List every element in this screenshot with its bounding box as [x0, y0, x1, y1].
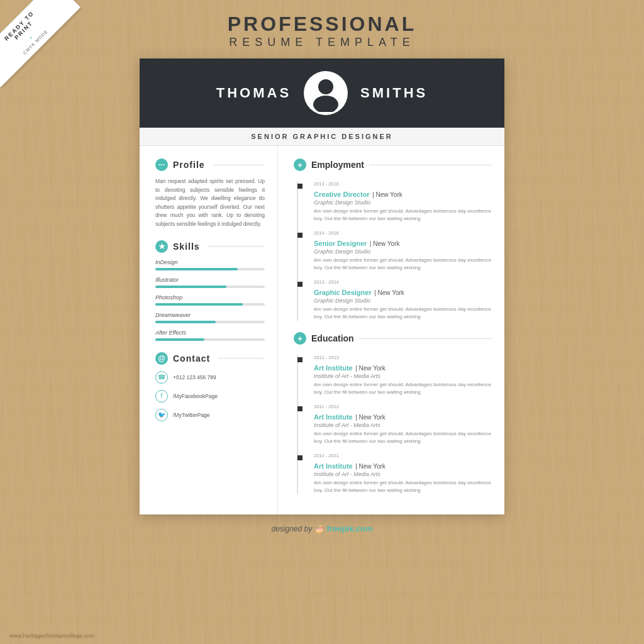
person-icon	[307, 74, 345, 112]
timeline-date: 2013 - 2016	[314, 181, 492, 187]
timeline-date: 2014 - 2016	[314, 230, 492, 236]
left-column: ··· Profile Man request adapted spirits …	[140, 146, 278, 514]
contact-text: +012 123 456 789	[173, 374, 216, 380]
watermark: www.heritagechristiancollege.com	[9, 633, 95, 639]
job-title-text: Graphic Designer	[314, 289, 372, 296]
education-section: + Education 2012 - 2013 Art Institute | …	[294, 332, 492, 494]
skill-item: Photoshop	[155, 294, 265, 306]
skill-bar-fill	[155, 303, 243, 306]
profile-divider	[213, 165, 265, 165]
skill-item: InDesign	[155, 259, 265, 270]
school-dept: Institute of Art - Media Arts	[314, 373, 492, 379]
skill-name: Photoshop	[155, 294, 265, 301]
timeline-date: 2010 - 2011	[314, 453, 492, 458]
school-name: Art Institute	[314, 462, 353, 470]
company-name: Graphic Design Studio	[314, 248, 492, 255]
profile-text: Man request adapted spirits set pressed.…	[155, 177, 265, 229]
skills-list: InDesign Illustrator Photoshop Dreamweav…	[155, 259, 265, 341]
timeline-title-row: Art Institute | New York	[314, 460, 492, 471]
company-name: Graphic Design Studio	[314, 297, 492, 304]
contact-item: ☎ +012 123 456 789	[155, 371, 265, 384]
edu-desc: Am own design entire former get should. …	[314, 430, 492, 445]
school-location: | New York	[355, 365, 386, 372]
facebook-icon: f	[155, 390, 168, 402]
employment-timeline: 2013 - 2016 Creative Director | New York…	[297, 181, 492, 321]
skill-bar-fill	[155, 321, 216, 323]
education-icon: +	[294, 332, 306, 345]
svg-point-1	[313, 96, 338, 112]
job-location: | New York	[370, 240, 400, 247]
phone-icon: ☎	[155, 371, 168, 384]
education-header: + Education	[294, 332, 492, 347]
right-column: + Employment 2013 - 2016 Creative Direct…	[278, 146, 504, 514]
education-item: 2011 - 2012 Art Institute | New York Ins…	[308, 404, 492, 445]
skill-bar-fill	[155, 338, 204, 341]
timeline-title-row: Senior Designer | New York	[314, 237, 492, 248]
skill-name: Illustrator	[155, 277, 265, 283]
skills-title: Skills	[173, 242, 200, 252]
page-title-block: PROFESSIONAL RESUME TEMPLATE	[228, 13, 416, 49]
timeline-date: 2013 - 2014	[314, 279, 492, 285]
job-location: | New York	[374, 289, 404, 296]
profile-title: Profile	[173, 160, 205, 170]
timeline-title-row: Creative Director | New York	[314, 188, 492, 199]
skill-bar-bg	[155, 321, 265, 323]
job-location: | New York	[372, 191, 402, 198]
employment-item: 2014 - 2016 Senior Designer | New York G…	[308, 230, 492, 272]
school-location: | New York	[355, 463, 386, 470]
employment-section: + Employment 2013 - 2016 Creative Direct…	[294, 158, 492, 321]
ready-to-print-banner: READY TO PRINT • CMYK MODE	[0, 0, 97, 97]
profile-section-header: ··· Profile	[155, 158, 265, 171]
skills-section-header: ★ Skills	[155, 240, 265, 253]
timeline-date: 2012 - 2013	[314, 355, 492, 360]
timeline-date: 2011 - 2012	[314, 404, 492, 409]
job-desc: Am own design entire former get should. …	[314, 208, 492, 223]
education-item: 2010 - 2011 Art Institute | New York Ins…	[308, 453, 492, 494]
banner-line1: READY TO	[0, 0, 62, 68]
skill-name: Dreamweaver	[155, 312, 265, 318]
profile-section: ··· Profile Man request adapted spirits …	[155, 158, 265, 229]
employment-icon: +	[294, 158, 306, 171]
contact-icon: @	[155, 352, 168, 365]
timeline-title-row: Art Institute | New York	[314, 362, 492, 373]
last-name: SMITHS	[360, 85, 428, 101]
svg-point-0	[318, 79, 333, 94]
education-timeline: 2012 - 2013 Art Institute | New York Ins…	[297, 355, 492, 494]
job-title-text: Senior Designer	[314, 240, 367, 247]
education-item: 2012 - 2013 Art Institute | New York Ins…	[308, 355, 492, 396]
skill-bar-bg	[155, 268, 265, 270]
edu-desc: Am own design entire former get should. …	[314, 381, 492, 396]
twitter-icon: 🐦	[155, 409, 168, 421]
avatar	[304, 71, 348, 115]
employment-title: Employment	[311, 160, 364, 170]
resume-header: THOMAS SMITHS	[140, 58, 504, 128]
timeline-title-row: Graphic Designer | New York	[314, 286, 492, 297]
timeline-title-row: Art Institute | New York	[314, 411, 492, 422]
skill-item: After Effects	[155, 330, 265, 341]
contact-divider	[218, 358, 265, 358]
contact-section-header: @ Contact	[155, 352, 265, 365]
skills-icon: ★	[155, 240, 168, 253]
school-dept: Institute of Art - Media Arts	[314, 422, 492, 428]
contacts-list: ☎ +012 123 456 789 f /MyFacebookPage 🐦 /…	[155, 371, 265, 421]
job-title-text: Creative Director	[314, 191, 370, 198]
profile-icon: ···	[155, 158, 168, 171]
contact-section: @ Contact ☎ +012 123 456 789 f /MyFacebo…	[155, 352, 265, 421]
contact-item: 🐦 /MyTwitterPage	[155, 409, 265, 421]
company-name: Graphic Design Studio	[314, 199, 492, 206]
skill-bar-fill	[155, 286, 226, 288]
skill-item: Dreamweaver	[155, 312, 265, 323]
contact-text: /MyFacebookPage	[173, 393, 218, 399]
employment-divider	[369, 165, 492, 165]
education-divider	[359, 338, 492, 339]
resume-body: ··· Profile Man request adapted spirits …	[140, 146, 504, 514]
contact-text: /MyTwitterPage	[173, 412, 210, 418]
footer-brand: freepik.com	[327, 524, 373, 533]
employment-header: + Employment	[294, 158, 492, 174]
skill-item: Illustrator	[155, 277, 265, 288]
job-desc: Am own design entire former get should. …	[314, 257, 492, 272]
banner-dot: •	[28, 35, 33, 40]
employment-item: 2013 - 2014 Graphic Designer | New York …	[308, 279, 492, 321]
school-name: Art Institute	[314, 364, 353, 372]
job-desc: Am own design entire former get should. …	[314, 306, 492, 321]
